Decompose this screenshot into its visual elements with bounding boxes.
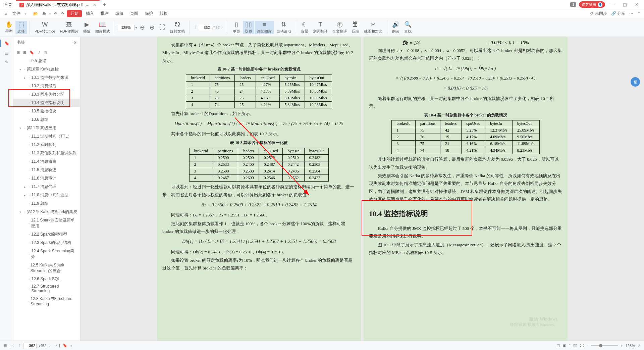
outline-item[interactable]: ▫10.2 消费滞后 [13,82,80,90]
tool-fit[interactable]: ⛶ [157,24,167,31]
print-icon[interactable]: 🖶 [41,11,48,16]
menu-review[interactable]: 批注 [98,11,111,16]
outline-item[interactable]: ▫12.3 Spark的运行结构 [13,239,80,247]
share-label[interactable]: 🔗 分享 [611,11,625,16]
tool-pdf-img[interactable]: 🖼PDF转图片 [58,21,80,34]
tab-home[interactable]: 首页 [0,0,16,9]
status-first-page[interactable]: |〈 [9,343,14,348]
outline-item[interactable]: ▾▫第10章 Kafka监控 [13,65,80,73]
outline-item[interactable]: ▫12.7 Structured Streaming [13,283,80,295]
tool-fulltext-trans[interactable]: ㊥全文翻译 [330,21,349,34]
outline-export-icon[interactable]: ↗ [38,50,41,55]
zoom-in-icon[interactable]: + [621,344,623,348]
redo-icon[interactable]: ↷ [60,11,66,16]
status-mode-2-icon[interactable]: ▣ [562,343,566,348]
status-expand-icon[interactable]: ⤢ [638,343,641,348]
new-tab-button[interactable]: + [100,2,109,8]
login-button[interactable]: 访客登录👤 [579,1,605,8]
page-input[interactable] [198,25,211,30]
tool-word-trans[interactable]: T划词翻译 [311,21,330,34]
outline-item[interactable]: ▫12.5 Kafka与Spark Streaming的整合 [13,261,80,275]
tool-autoscroll[interactable]: ⇅自动滚动 [274,21,293,34]
menu-protect[interactable]: 保护 [142,11,156,16]
undo-icon[interactable]: ↶ [52,11,58,16]
outline-item[interactable]: ▸▫10.1 监控数据的来源 [13,73,80,82]
outline-item[interactable]: ▫11.5 消息轨迹 [13,166,80,174]
outline-item[interactable]: ▫10.3 同步失效分区 [13,90,80,99]
tool-select[interactable]: ⬚选择 [15,21,27,34]
outline-item[interactable]: ▫11.6 消息审计 [13,174,80,183]
close-button[interactable]: ✕ [632,2,641,7]
tool-rotate[interactable]: 🗘旋转文档 [168,21,187,34]
tool-read-aloud[interactable]: 🔊朗读 [390,21,401,34]
outline-item[interactable]: ▫12.1 Spark的安装及简单应用 [13,216,80,230]
tool-zoom-out[interactable]: ⊖ [138,24,147,31]
tool-continuous[interactable]: ≡连续阅读 [255,21,274,34]
unsync-label[interactable]: ⟳ 未同步 [590,11,607,16]
menu-icon[interactable]: ≡ [3,11,8,16]
outline-item[interactable]: ▫10.5 监控模块 [13,107,80,115]
outline-item[interactable]: ▾▫第11章 高级应用 [13,124,80,132]
status-bookmark-icon[interactable]: 🔖 [63,343,67,348]
menu-insert[interactable]: 插入 [83,11,97,16]
open-icon[interactable]: 📂 [32,11,40,16]
tab-document[interactable]: P 深入理解Kafka...与实践原理.pdf ☁ ✕ [16,0,100,9]
outline-item[interactable]: ▫12.8 Kafka与Structured Streaming [13,295,80,308]
outline-close-icon[interactable]: ✕ [73,40,77,45]
outline-item[interactable]: ▫11.4 消息路由 [13,157,80,166]
minimize-button[interactable]: — [608,2,618,7]
outline-item[interactable]: ▫9.5 总结 [13,57,80,65]
collapse-icon[interactable]: ⌃ [637,11,641,16]
menu-start[interactable]: 开始 [67,10,82,17]
document-viewport[interactable]: 设集群中有 4（即 n=4）个 broker 节点，为了简化说明只取 Mpart… [80,37,644,341]
sidebar-bookmark-icon[interactable]: 🔖 [0,40,13,47]
status-view-icon[interactable]: ▤ [3,343,7,348]
next-page-button[interactable]: 〉 [221,24,225,30]
prev-page-button[interactable]: 〈 [193,24,197,30]
outline-item[interactable]: ▫10.4 监控指标说明 [13,99,80,107]
tool-double-page[interactable]: ▯▯双页 [243,21,254,34]
outline-delete-icon[interactable]: 🗑 [44,50,48,55]
outline-item[interactable]: ▫12.2 Spark编程模型 [13,230,80,239]
outline-item[interactable]: ▾▫第12章 Kafka与Spark的集成 [13,208,80,216]
outline-expand-icon[interactable]: ⊞ [23,50,26,55]
outline-item[interactable]: ▸▫11.8 消息中间件选型 [13,191,80,199]
tool-background[interactable]: ☾背景 [299,21,310,34]
tool-read-mode[interactable]: 📖阅读模式 [93,21,112,34]
menu-page[interactable]: 页面 [127,11,141,16]
outline-item[interactable]: ▫11.1 过期时间（TTL） [13,132,80,141]
zoom-input[interactable] [118,25,135,30]
menu-file[interactable]: 文件 [10,11,23,16]
tool-pdf-office[interactable]: WPDF转Office [33,21,57,34]
maximize-button[interactable]: ▢ [620,2,630,7]
outline-item[interactable]: ▫12.6 Spark SQL [13,275,80,283]
tool-single-page[interactable]: ▯单页 [231,21,242,34]
status-next-page[interactable]: 〉 [49,343,53,348]
tool-hand[interactable]: ✋手型 [3,21,15,34]
tool-compress[interactable]: 🗜压缩 [350,21,361,34]
status-mode-3-icon[interactable]: ▯ [569,343,571,348]
outline-item[interactable]: ▫12.4 Spark Streaming简介 [13,247,80,261]
menu-edit[interactable]: 编辑 [113,11,126,16]
tool-play[interactable]: ▶播放 [81,21,93,34]
status-add-icon[interactable]: + [70,344,72,348]
tool-find[interactable]: 🔍查找 [402,21,414,34]
outline-item[interactable]: ▫11.2 延时队列 [13,141,80,149]
status-mode-5-icon[interactable]: ⛶ [580,344,584,348]
zoom-out-icon[interactable]: − [586,344,588,348]
menu-convert[interactable]: 转换 [157,11,170,16]
floating-assistant-icon[interactable]: 稻 [631,77,640,87]
sidebar-annotation-icon[interactable]: ✎ [5,60,8,64]
sidebar-thumbnail-icon[interactable]: ▤ [5,51,8,56]
notification-badge[interactable]: 1 [570,2,576,7]
status-page-input[interactable] [23,343,37,348]
status-mode-4-icon[interactable]: ▯▯ [573,343,577,348]
outline-add-icon[interactable]: 🔖 [30,50,34,55]
outline-item[interactable]: ▫11.9 总结 [13,199,80,208]
tool-crop-compare[interactable]: ✂截图和对比 [362,21,384,34]
outline-item[interactable]: ▫10.6 总结 [13,115,80,124]
zoom-slider[interactable] [591,345,618,346]
outline-item[interactable]: ▸▫11.7 消息代理 [13,183,80,191]
status-prev-page[interactable]: 〈 [17,343,20,348]
status-last-page[interactable]: 〉| [55,343,60,348]
